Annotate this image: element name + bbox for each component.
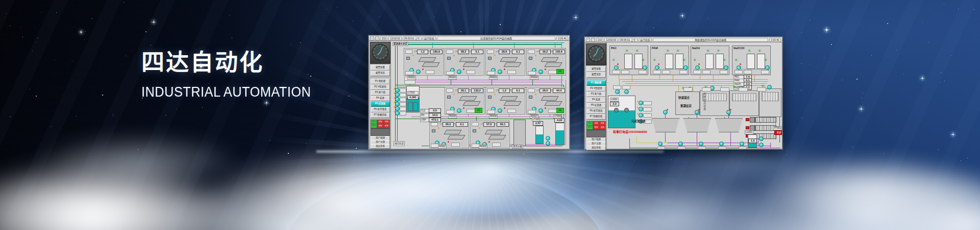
pump-icon[interactable] xyxy=(395,102,400,106)
pump-icon[interactable] xyxy=(658,142,663,146)
phone-note: 有事打电话15016099836 xyxy=(613,129,647,134)
nav-button-p7[interactable]: P7 除磷系统 xyxy=(586,114,606,120)
nav-button-p1[interactable]: P1 预处理 xyxy=(586,80,606,86)
pump-icon[interactable] xyxy=(395,97,400,102)
valve-icon[interactable] xyxy=(447,96,451,99)
valve-icon[interactable] xyxy=(447,57,451,60)
window-control-button[interactable]: ▪ xyxy=(370,36,374,40)
pump-icon[interactable] xyxy=(719,142,724,146)
nav-button-p6[interactable]: P6 化学清洗 xyxy=(586,108,606,114)
alarm-button[interactable]: 报警消音 xyxy=(586,72,606,78)
warn-dot xyxy=(494,94,496,95)
pump-icon[interactable] xyxy=(457,108,461,113)
pump-icon[interactable] xyxy=(767,85,772,89)
pump-icon[interactable] xyxy=(639,107,643,111)
valve-icon[interactable] xyxy=(406,57,410,60)
warn-dot xyxy=(535,55,536,56)
valve-icon[interactable] xyxy=(529,96,532,99)
nav-button-p2[interactable]: P2 V型滤池 xyxy=(586,86,606,91)
pump-icon[interactable] xyxy=(416,70,421,74)
pump-icon[interactable] xyxy=(639,113,643,118)
readout-value: 473.1 xyxy=(429,118,441,122)
brand-subtitle-en: INDUSTRIAL AUTOMATION xyxy=(141,84,311,100)
pipe xyxy=(694,69,726,70)
process-canvas: 超滤进水总管CT1.2FT180.9CT38.2FT0.1CT28.6FT0.1… xyxy=(391,41,569,149)
pump-icon[interactable] xyxy=(457,70,461,74)
pump-icon[interactable] xyxy=(740,142,744,146)
ct-value: 1.2 xyxy=(417,50,428,54)
valve-icon[interactable] xyxy=(473,129,476,132)
nav-button-p5[interactable]: P5 反渗透 xyxy=(371,101,390,107)
pump-icon[interactable] xyxy=(639,101,643,105)
ct-value: 26.0 xyxy=(443,122,454,127)
valve-icon[interactable] xyxy=(746,118,749,121)
pump-icon[interactable] xyxy=(695,110,699,114)
heat-exchanger xyxy=(541,96,558,101)
unit-chip xyxy=(446,71,454,75)
skid-tank xyxy=(747,54,755,69)
pump-icon[interactable] xyxy=(395,106,400,111)
lens-flare-line xyxy=(316,151,664,152)
alarm-button[interactable]: 报警查看 xyxy=(371,65,390,71)
unit-tag: R0006 xyxy=(489,114,498,119)
alarm-button[interactable]: 报警消音 xyxy=(371,71,390,76)
tank-mixer[interactable] xyxy=(624,108,629,112)
pump-icon[interactable] xyxy=(498,108,502,113)
valve-icon[interactable] xyxy=(432,129,435,132)
nav-button-p4[interactable]: P4 炭滤 xyxy=(586,97,606,103)
nav-button-p2[interactable]: P2 V型滤池 xyxy=(371,84,390,90)
readout-label: ORP xyxy=(420,118,429,122)
star xyxy=(810,64,810,65)
pump-icon[interactable] xyxy=(726,110,731,114)
nav-button-p7[interactable]: P7 除磷系统 xyxy=(371,112,390,118)
titlebar-time: 09:05:01 上午 xyxy=(403,36,422,40)
valve-icon[interactable] xyxy=(529,57,532,60)
ct-value: 57.6 xyxy=(483,122,495,127)
ct-label: CT xyxy=(481,123,483,125)
pump-icon[interactable] xyxy=(395,93,400,97)
titlebar-mode: 运行状态 xyxy=(423,36,436,40)
pump-icon[interactable] xyxy=(546,141,550,146)
star-ray xyxy=(922,75,923,81)
window-control-button[interactable]: ▫ xyxy=(591,38,595,42)
alarm-button[interactable]: 报警查看 xyxy=(586,66,606,72)
pump-start-button[interactable]: P启 xyxy=(556,108,564,113)
valve-icon[interactable] xyxy=(488,96,492,99)
pump-start-button[interactable]: P启 xyxy=(556,69,564,74)
unit-chip xyxy=(405,71,413,75)
sidebar-bottom-button[interactable]: 退出系统 xyxy=(371,144,390,149)
pump-icon[interactable] xyxy=(759,143,764,147)
overview-button[interactable]: 返回总览 xyxy=(394,141,405,146)
titlebar-date: 12/02/16 xyxy=(604,38,617,42)
pump-icon[interactable] xyxy=(759,136,764,141)
pump-icon[interactable] xyxy=(395,88,400,93)
nav-button-p1[interactable]: P1 预处理 xyxy=(371,79,390,84)
pump-icon[interactable] xyxy=(546,136,550,141)
valve-icon[interactable] xyxy=(746,126,749,129)
window-control-button[interactable]: ▪ xyxy=(586,38,590,42)
nav-button-p3[interactable]: P3 多介质 xyxy=(371,90,390,96)
nav-button-p3[interactable]: P3 多介质 xyxy=(586,91,606,97)
pump-start-button[interactable]: P启 xyxy=(475,108,482,113)
pump-icon[interactable] xyxy=(395,111,400,116)
pump-icon[interactable] xyxy=(624,89,629,94)
alarm-dot xyxy=(658,63,659,65)
nav-button-p4[interactable]: P4 炭滤 xyxy=(371,96,390,101)
mixer-icon: ✳ xyxy=(693,58,697,62)
pump-icon[interactable] xyxy=(538,70,543,74)
pump-icon[interactable] xyxy=(663,110,668,114)
pump-icon[interactable] xyxy=(538,108,543,113)
pump-icon[interactable] xyxy=(699,142,703,146)
valve-icon[interactable] xyxy=(488,57,492,60)
pump-icon[interactable] xyxy=(498,70,502,74)
pump-icon[interactable] xyxy=(678,142,683,146)
nav-button-p5[interactable]: P5 反渗透 xyxy=(586,103,606,108)
pump-icon[interactable] xyxy=(615,89,620,94)
tank-mixer[interactable] xyxy=(614,108,619,112)
sidebar-bottom-button[interactable]: 退出系统 xyxy=(586,146,606,150)
mixer-icon: ✳ xyxy=(732,85,736,89)
unit-tag: R0002 xyxy=(448,76,457,80)
nav-button-p6[interactable]: P6 化学清洗 xyxy=(371,107,390,112)
skid-chip xyxy=(744,70,752,74)
window-control-button[interactable]: ▫ xyxy=(375,36,379,40)
